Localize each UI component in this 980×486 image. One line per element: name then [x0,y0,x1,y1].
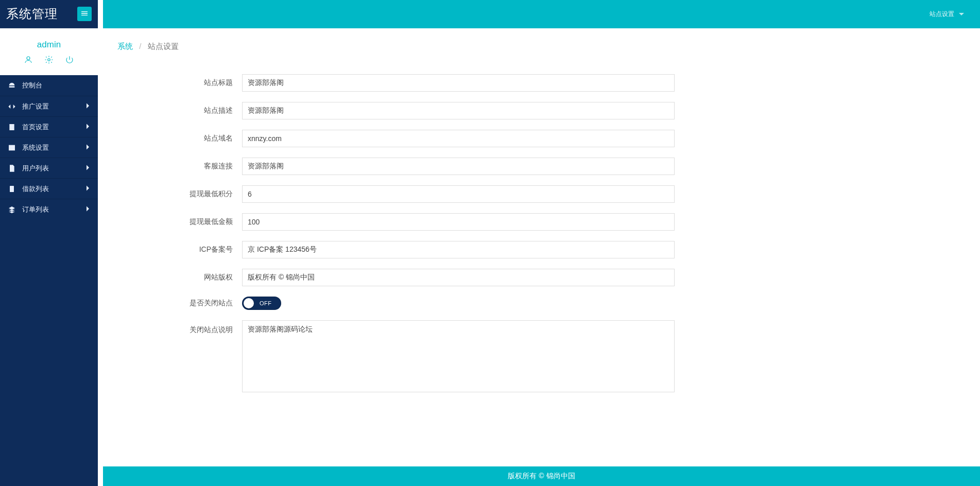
svg-rect-4 [9,145,15,150]
input-min-amount[interactable] [242,213,675,231]
svg-point-1 [48,59,50,61]
input-site-desc[interactable] [242,102,675,119]
nav-item-users[interactable]: 用户列表 [0,158,98,178]
label-min-amount: 提现最低金额 [118,217,242,227]
code-icon [8,102,16,111]
textarea-closed-msg[interactable] [242,320,675,392]
footer: 版权所有 © 锦尚中国 [103,466,980,486]
label-site-domain: 站点域名 [118,134,242,143]
nav-label: 首页设置 [22,123,49,132]
user-icon[interactable] [24,55,33,66]
nav-label: 订单列表 [22,205,49,214]
nav-label: 推广设置 [22,102,49,111]
toggle-label: OFF [260,300,272,306]
svg-point-0 [27,57,30,60]
breadcrumb: 系统 / 站点设置 [103,28,980,59]
input-site-domain[interactable] [242,130,675,147]
breadcrumb-root[interactable]: 系统 [117,42,133,50]
label-kefu-link: 客服连接 [118,162,242,171]
table-icon [8,144,16,152]
sidebar-top: 系统管理 [0,0,98,28]
topbar: 站点设置 [103,0,980,28]
top-tab[interactable]: 站点设置 [930,10,954,19]
main: 系统 / 站点设置 站点标题 站点描述 站点域名 客服连接 [103,0,980,486]
chevron-right-icon [86,123,90,131]
input-copyright[interactable] [242,269,675,286]
power-icon[interactable] [65,55,74,66]
layers-icon [8,205,16,214]
label-closed: 是否关闭站点 [118,299,242,308]
nav: 控制台 推广设置 首页设置 系统设置 [0,75,98,219]
brand: 系统管理 [6,6,58,22]
file-icon [8,164,16,172]
hamburger-icon [80,9,89,19]
nav-label: 系统设置 [22,143,49,152]
nav-item-orders[interactable]: 订单列表 [0,199,98,219]
label-icp: ICP备案号 [118,245,242,254]
toggle-knob [244,298,254,308]
chevron-right-icon [86,164,90,172]
breadcrumb-separator: / [139,42,141,50]
input-site-title[interactable] [242,74,675,92]
label-min-points: 提现最低积分 [118,189,242,199]
label-copyright: 网站版权 [118,273,242,282]
nav-item-dashboard[interactable]: 控制台 [0,75,98,96]
label-site-title: 站点标题 [118,78,242,88]
footer-text: 版权所有 © 锦尚中国 [508,472,575,481]
nav-item-home[interactable]: 首页设置 [0,116,98,137]
gear-icon[interactable] [44,55,54,66]
dashboard-icon [8,81,16,90]
chevron-right-icon [86,144,90,151]
tablet-icon [8,185,16,193]
profile-name: admin [0,40,98,50]
chevron-right-icon [86,102,90,110]
svg-point-6 [11,190,12,191]
sidebar: 系统管理 admin 控制台 [0,0,98,486]
nav-label: 控制台 [22,81,42,90]
chevron-right-icon [86,185,90,193]
svg-rect-2 [9,86,15,88]
input-min-points[interactable] [242,185,675,203]
nav-label: 借款列表 [22,184,49,194]
menu-toggle-button[interactable] [77,7,92,21]
breadcrumb-active: 站点设置 [148,42,179,50]
toggle-site-closed[interactable]: OFF [242,297,281,310]
svg-rect-3 [9,124,14,130]
label-site-desc: 站点描述 [118,106,242,115]
form-panel: 站点标题 站点描述 站点域名 客服连接 提现最低积分 [103,59,980,435]
chevron-down-icon[interactable] [958,10,965,19]
chevron-right-icon [86,205,90,213]
input-icp[interactable] [242,241,675,258]
building-icon [8,123,16,131]
label-closed-msg: 关闭站点说明 [118,320,242,335]
nav-item-promote[interactable]: 推广设置 [0,96,98,116]
nav-item-system[interactable]: 系统设置 [0,137,98,158]
nav-item-loans[interactable]: 借款列表 [0,178,98,199]
input-kefu-link[interactable] [242,158,675,175]
profile-panel: admin [0,28,98,75]
nav-label: 用户列表 [22,164,49,173]
